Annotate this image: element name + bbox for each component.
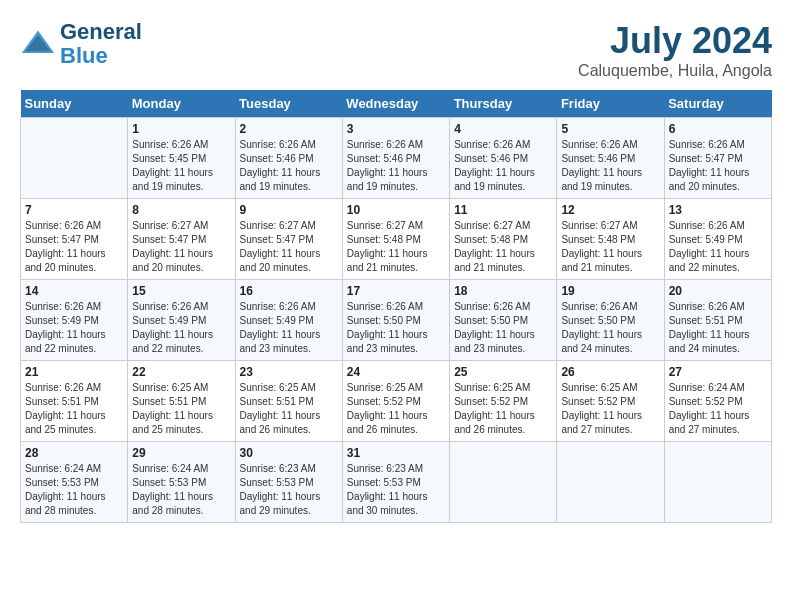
day-info: Sunrise: 6:26 AM Sunset: 5:51 PM Dayligh… — [25, 381, 123, 437]
day-info: Sunrise: 6:26 AM Sunset: 5:45 PM Dayligh… — [132, 138, 230, 194]
calendar-cell: 30Sunrise: 6:23 AM Sunset: 5:53 PM Dayli… — [235, 442, 342, 523]
calendar-cell: 21Sunrise: 6:26 AM Sunset: 5:51 PM Dayli… — [21, 361, 128, 442]
calendar-cell: 17Sunrise: 6:26 AM Sunset: 5:50 PM Dayli… — [342, 280, 449, 361]
calendar-cell: 24Sunrise: 6:25 AM Sunset: 5:52 PM Dayli… — [342, 361, 449, 442]
calendar-cell: 1Sunrise: 6:26 AM Sunset: 5:45 PM Daylig… — [128, 118, 235, 199]
day-of-week-header: Tuesday — [235, 90, 342, 118]
day-number: 12 — [561, 203, 659, 217]
day-number: 31 — [347, 446, 445, 460]
day-number: 13 — [669, 203, 767, 217]
calendar-table: SundayMondayTuesdayWednesdayThursdayFrid… — [20, 90, 772, 523]
day-number: 3 — [347, 122, 445, 136]
day-info: Sunrise: 6:24 AM Sunset: 5:53 PM Dayligh… — [132, 462, 230, 518]
day-number: 9 — [240, 203, 338, 217]
calendar-header-row: SundayMondayTuesdayWednesdayThursdayFrid… — [21, 90, 772, 118]
calendar-cell: 5Sunrise: 6:26 AM Sunset: 5:46 PM Daylig… — [557, 118, 664, 199]
calendar-cell: 4Sunrise: 6:26 AM Sunset: 5:46 PM Daylig… — [450, 118, 557, 199]
calendar-cell: 27Sunrise: 6:24 AM Sunset: 5:52 PM Dayli… — [664, 361, 771, 442]
calendar-cell: 11Sunrise: 6:27 AM Sunset: 5:48 PM Dayli… — [450, 199, 557, 280]
calendar-cell: 13Sunrise: 6:26 AM Sunset: 5:49 PM Dayli… — [664, 199, 771, 280]
calendar-cell: 8Sunrise: 6:27 AM Sunset: 5:47 PM Daylig… — [128, 199, 235, 280]
day-of-week-header: Wednesday — [342, 90, 449, 118]
logo: General Blue — [20, 20, 142, 68]
day-number: 4 — [454, 122, 552, 136]
day-number: 21 — [25, 365, 123, 379]
page-header: General Blue July 2024 Caluquembe, Huila… — [20, 20, 772, 80]
day-number: 8 — [132, 203, 230, 217]
day-info: Sunrise: 6:26 AM Sunset: 5:49 PM Dayligh… — [669, 219, 767, 275]
day-info: Sunrise: 6:25 AM Sunset: 5:51 PM Dayligh… — [132, 381, 230, 437]
day-number: 14 — [25, 284, 123, 298]
day-number: 19 — [561, 284, 659, 298]
day-info: Sunrise: 6:26 AM Sunset: 5:47 PM Dayligh… — [669, 138, 767, 194]
calendar-cell: 28Sunrise: 6:24 AM Sunset: 5:53 PM Dayli… — [21, 442, 128, 523]
calendar-cell: 18Sunrise: 6:26 AM Sunset: 5:50 PM Dayli… — [450, 280, 557, 361]
day-number: 6 — [669, 122, 767, 136]
calendar-week-row: 28Sunrise: 6:24 AM Sunset: 5:53 PM Dayli… — [21, 442, 772, 523]
calendar-cell: 2Sunrise: 6:26 AM Sunset: 5:46 PM Daylig… — [235, 118, 342, 199]
day-number: 11 — [454, 203, 552, 217]
day-number: 1 — [132, 122, 230, 136]
calendar-cell — [557, 442, 664, 523]
calendar-cell: 6Sunrise: 6:26 AM Sunset: 5:47 PM Daylig… — [664, 118, 771, 199]
calendar-cell: 22Sunrise: 6:25 AM Sunset: 5:51 PM Dayli… — [128, 361, 235, 442]
calendar-cell: 9Sunrise: 6:27 AM Sunset: 5:47 PM Daylig… — [235, 199, 342, 280]
calendar-week-row: 14Sunrise: 6:26 AM Sunset: 5:49 PM Dayli… — [21, 280, 772, 361]
day-number: 15 — [132, 284, 230, 298]
day-number: 28 — [25, 446, 123, 460]
day-info: Sunrise: 6:27 AM Sunset: 5:47 PM Dayligh… — [132, 219, 230, 275]
day-of-week-header: Saturday — [664, 90, 771, 118]
day-number: 5 — [561, 122, 659, 136]
day-number: 23 — [240, 365, 338, 379]
calendar-week-row: 21Sunrise: 6:26 AM Sunset: 5:51 PM Dayli… — [21, 361, 772, 442]
day-info: Sunrise: 6:26 AM Sunset: 5:49 PM Dayligh… — [132, 300, 230, 356]
calendar-cell: 29Sunrise: 6:24 AM Sunset: 5:53 PM Dayli… — [128, 442, 235, 523]
day-info: Sunrise: 6:26 AM Sunset: 5:46 PM Dayligh… — [561, 138, 659, 194]
day-info: Sunrise: 6:26 AM Sunset: 5:49 PM Dayligh… — [240, 300, 338, 356]
day-info: Sunrise: 6:25 AM Sunset: 5:52 PM Dayligh… — [454, 381, 552, 437]
day-number: 22 — [132, 365, 230, 379]
day-number: 27 — [669, 365, 767, 379]
day-number: 30 — [240, 446, 338, 460]
calendar-cell: 25Sunrise: 6:25 AM Sunset: 5:52 PM Dayli… — [450, 361, 557, 442]
day-number: 24 — [347, 365, 445, 379]
calendar-body: 1Sunrise: 6:26 AM Sunset: 5:45 PM Daylig… — [21, 118, 772, 523]
day-number: 10 — [347, 203, 445, 217]
day-info: Sunrise: 6:23 AM Sunset: 5:53 PM Dayligh… — [240, 462, 338, 518]
calendar-cell: 26Sunrise: 6:25 AM Sunset: 5:52 PM Dayli… — [557, 361, 664, 442]
day-number: 20 — [669, 284, 767, 298]
day-of-week-header: Monday — [128, 90, 235, 118]
day-number: 18 — [454, 284, 552, 298]
day-info: Sunrise: 6:25 AM Sunset: 5:52 PM Dayligh… — [347, 381, 445, 437]
day-info: Sunrise: 6:26 AM Sunset: 5:46 PM Dayligh… — [454, 138, 552, 194]
day-info: Sunrise: 6:25 AM Sunset: 5:52 PM Dayligh… — [561, 381, 659, 437]
calendar-cell: 20Sunrise: 6:26 AM Sunset: 5:51 PM Dayli… — [664, 280, 771, 361]
calendar-cell — [21, 118, 128, 199]
calendar-cell — [450, 442, 557, 523]
calendar-cell: 7Sunrise: 6:26 AM Sunset: 5:47 PM Daylig… — [21, 199, 128, 280]
day-info: Sunrise: 6:26 AM Sunset: 5:49 PM Dayligh… — [25, 300, 123, 356]
calendar-week-row: 7Sunrise: 6:26 AM Sunset: 5:47 PM Daylig… — [21, 199, 772, 280]
day-info: Sunrise: 6:26 AM Sunset: 5:50 PM Dayligh… — [454, 300, 552, 356]
calendar-cell: 14Sunrise: 6:26 AM Sunset: 5:49 PM Dayli… — [21, 280, 128, 361]
title-block: July 2024 Caluquembe, Huila, Angola — [578, 20, 772, 80]
logo-line2: Blue — [60, 44, 142, 68]
calendar-cell: 3Sunrise: 6:26 AM Sunset: 5:46 PM Daylig… — [342, 118, 449, 199]
day-info: Sunrise: 6:26 AM Sunset: 5:51 PM Dayligh… — [669, 300, 767, 356]
day-info: Sunrise: 6:25 AM Sunset: 5:51 PM Dayligh… — [240, 381, 338, 437]
day-info: Sunrise: 6:26 AM Sunset: 5:46 PM Dayligh… — [240, 138, 338, 194]
day-number: 17 — [347, 284, 445, 298]
day-info: Sunrise: 6:27 AM Sunset: 5:47 PM Dayligh… — [240, 219, 338, 275]
main-title: July 2024 — [578, 20, 772, 62]
day-number: 2 — [240, 122, 338, 136]
day-number: 7 — [25, 203, 123, 217]
day-info: Sunrise: 6:27 AM Sunset: 5:48 PM Dayligh… — [454, 219, 552, 275]
day-info: Sunrise: 6:24 AM Sunset: 5:53 PM Dayligh… — [25, 462, 123, 518]
day-of-week-header: Friday — [557, 90, 664, 118]
calendar-cell: 19Sunrise: 6:26 AM Sunset: 5:50 PM Dayli… — [557, 280, 664, 361]
day-info: Sunrise: 6:27 AM Sunset: 5:48 PM Dayligh… — [347, 219, 445, 275]
day-number: 16 — [240, 284, 338, 298]
day-info: Sunrise: 6:26 AM Sunset: 5:50 PM Dayligh… — [561, 300, 659, 356]
calendar-cell: 31Sunrise: 6:23 AM Sunset: 5:53 PM Dayli… — [342, 442, 449, 523]
day-info: Sunrise: 6:23 AM Sunset: 5:53 PM Dayligh… — [347, 462, 445, 518]
